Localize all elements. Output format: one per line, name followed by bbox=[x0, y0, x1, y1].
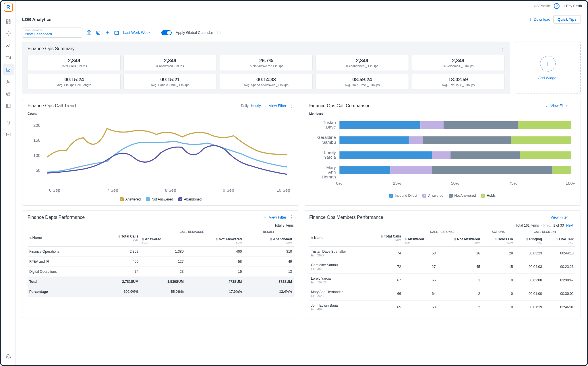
col-notanswered[interactable]: Not AnsweredSUM bbox=[185, 235, 244, 247]
svg-rect-51 bbox=[520, 151, 571, 159]
svg-text:150: 150 bbox=[33, 138, 40, 143]
kpi-tile: 08:59:24Avg. Hold Time _ FinOps bbox=[316, 74, 409, 90]
hourly-toggle[interactable]: Hourly bbox=[251, 104, 261, 108]
nav-settings-icon[interactable] bbox=[3, 28, 14, 39]
legend-item[interactable]: ✓Not Answered bbox=[146, 197, 173, 201]
svg-text:50: 50 bbox=[36, 168, 40, 173]
table-row[interactable]: Mary Ann HernandezExt. 234966642000:01:0… bbox=[309, 287, 575, 301]
svg-text:0%: 0% bbox=[336, 181, 343, 186]
sidebar: R bbox=[1, 1, 16, 365]
svg-rect-21 bbox=[96, 31, 99, 34]
members-menu-icon[interactable]: ⋮ bbox=[571, 215, 575, 220]
date-range-link[interactable]: Last Work Week bbox=[123, 30, 150, 35]
chevron-down-icon: ⌄ bbox=[546, 104, 548, 107]
logo[interactable]: R bbox=[4, 3, 13, 12]
legend-item[interactable]: ✓Inbound Direct bbox=[389, 194, 417, 198]
nav-notifications-icon[interactable] bbox=[3, 117, 14, 128]
nav-target-icon[interactable] bbox=[3, 88, 14, 100]
svg-rect-22 bbox=[115, 31, 119, 34]
nav-reports-icon[interactable] bbox=[3, 64, 14, 75]
depts-menu-icon[interactable]: ⋮ bbox=[289, 215, 294, 220]
help-icon[interactable]: ? bbox=[554, 3, 560, 9]
mcol-ans[interactable]: AnsweredSUM bbox=[403, 235, 437, 247]
depts-view-filter[interactable]: View Filter bbox=[269, 215, 286, 219]
prev-page[interactable]: ‹ Prev. bbox=[541, 223, 551, 227]
members-card: Finance Ops Members Performance ⌄View Fi… bbox=[304, 210, 581, 318]
copy-icon[interactable] bbox=[96, 30, 101, 35]
trend-menu-icon[interactable]: ⋮ bbox=[289, 103, 294, 108]
nav-analytics-icon[interactable] bbox=[3, 40, 14, 51]
members-total-items: Total 161 items bbox=[516, 223, 539, 227]
svg-point-19 bbox=[89, 31, 89, 32]
quick-tips-button[interactable]: Quick Tips bbox=[553, 15, 581, 24]
global-calendar-toggle[interactable] bbox=[161, 30, 172, 35]
mcol-ri[interactable]: RingingAVG bbox=[515, 235, 544, 247]
next-page[interactable]: Next › bbox=[566, 223, 575, 227]
members-title: Finance Ops Members Performance bbox=[309, 215, 383, 220]
svg-rect-44 bbox=[409, 136, 423, 144]
table-row[interactable]: Tristan Dave BuenaflorExt. 2927745816280… bbox=[309, 247, 575, 260]
calendar-icon[interactable] bbox=[114, 30, 119, 35]
mcol-ho[interactable]: Holds OnSUM bbox=[482, 235, 514, 247]
svg-point-10 bbox=[7, 80, 9, 82]
table-row[interactable]: FP&A and IR4051275849 bbox=[28, 257, 294, 267]
daily-toggle[interactable]: Daily bbox=[241, 104, 249, 108]
table-row[interactable]: Lorely YarciaExt. 1028967661000:02:0803:… bbox=[309, 274, 575, 287]
legend-item[interactable]: ✓Answered bbox=[120, 197, 141, 201]
nav-user-icon[interactable] bbox=[3, 76, 14, 87]
svg-rect-15 bbox=[6, 133, 10, 136]
add-widget-button[interactable]: ＋ Add Widget bbox=[515, 42, 581, 94]
svg-text:100%: 100% bbox=[566, 181, 575, 186]
svg-point-16 bbox=[7, 356, 9, 357]
summary-menu-icon[interactable]: ⋮ bbox=[500, 46, 505, 51]
kpi-tile: 00:15:21Avg. Handle Time _ FinOps bbox=[123, 74, 216, 90]
add-icon[interactable] bbox=[105, 30, 110, 35]
svg-rect-3 bbox=[6, 22, 8, 24]
trend-view-filter[interactable]: View Filter bbox=[269, 104, 286, 108]
svg-point-11 bbox=[6, 92, 10, 96]
col-abandoned[interactable]: AbandonedSUM bbox=[243, 235, 294, 247]
table-row[interactable]: Geraldine SambuExt. 3827227451500:04:030… bbox=[309, 260, 575, 274]
col-answered[interactable]: AnsweredSUM bbox=[140, 235, 185, 247]
mcol-tc[interactable]: Total CallsSUM bbox=[367, 229, 403, 247]
trend-card: Finance Ops Call Trend DailyHourly ⌄View… bbox=[22, 99, 299, 206]
nav-mail-icon[interactable] bbox=[3, 129, 14, 140]
plus-icon: ＋ bbox=[540, 56, 556, 72]
user-menu[interactable]: ▾Ray Smith bbox=[564, 4, 582, 8]
info-hint-icon[interactable]: ⓘ bbox=[217, 30, 221, 35]
download-button[interactable]: ⭳Download bbox=[529, 17, 550, 22]
nav-library-icon[interactable] bbox=[3, 100, 14, 112]
legend-item[interactable]: ✓Not Answered bbox=[449, 194, 476, 198]
legend-item[interactable]: ✓Holds bbox=[481, 194, 496, 198]
table-row[interactable]: John Edwin BauaExt. 40465632000:01:1902:… bbox=[309, 301, 575, 314]
legend-item[interactable]: ✓Answered bbox=[422, 194, 443, 198]
nav-dashboard-icon[interactable] bbox=[3, 16, 14, 27]
dashboard-selector[interactable]: DASHBOARD New Dashboard bbox=[22, 28, 82, 38]
mcol-lt[interactable]: Live TalkAVG bbox=[544, 235, 575, 247]
kpi-tile: 2,349% Voicemail _ FinOps bbox=[412, 55, 505, 71]
info-icon[interactable] bbox=[86, 30, 92, 35]
table-row[interactable]: Digital Operations74231513 bbox=[28, 267, 294, 277]
svg-rect-48 bbox=[339, 151, 432, 159]
members-view-filter[interactable]: View Filter bbox=[551, 215, 568, 219]
svg-text:75%: 75% bbox=[509, 181, 517, 186]
col-totalcalls[interactable]: Total CallsSUM bbox=[94, 229, 140, 247]
mcol-na[interactable]: Not AnsweredSUM bbox=[437, 235, 482, 247]
svg-rect-20 bbox=[97, 32, 100, 34]
table-row[interactable]: Finance Operations2,3021,380400310 bbox=[28, 247, 294, 257]
nav-gear-icon[interactable] bbox=[3, 351, 14, 362]
mcol-name[interactable]: Name bbox=[309, 229, 367, 247]
kpi-tile: 00:14:33Avg. Speed of Answer _ FinOps bbox=[220, 74, 313, 90]
svg-rect-18 bbox=[89, 32, 89, 34]
svg-text:TristanDave: TristanDave bbox=[323, 120, 336, 129]
kpi-tile: 00:15:24Avg. FinOps Call Length bbox=[28, 74, 121, 90]
svg-rect-43 bbox=[339, 136, 409, 144]
comparison-menu-icon[interactable]: ⋮ bbox=[571, 103, 575, 108]
col-name[interactable]: Name bbox=[28, 229, 94, 247]
trend-title: Finance Ops Call Trend bbox=[28, 103, 76, 108]
legend-item[interactable]: ✓Abandoned bbox=[178, 197, 202, 201]
nav-video-icon[interactable] bbox=[3, 52, 14, 63]
svg-rect-49 bbox=[432, 151, 451, 159]
svg-point-13 bbox=[8, 94, 9, 94]
comparison-view-filter[interactable]: View Filter bbox=[551, 104, 568, 108]
